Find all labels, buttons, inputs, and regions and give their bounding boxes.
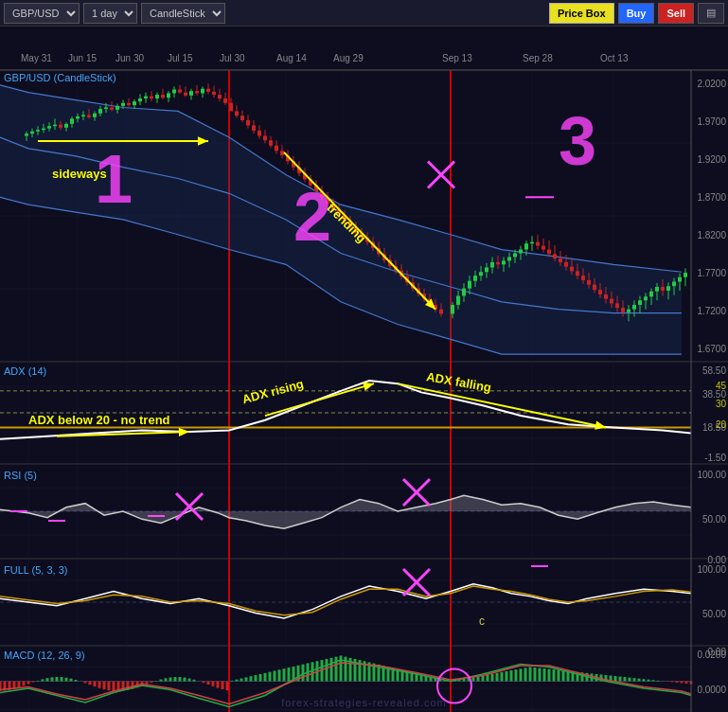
date-jun15: Jun 15 [68, 53, 97, 63]
adx-20: 20 [716, 419, 726, 430]
chart-type-button[interactable]: ▤ [698, 3, 724, 24]
price-1.6700: 1.6700 [697, 344, 726, 354]
full-100: 100.00 [697, 564, 726, 575]
date-jul15: Jul 15 [168, 53, 193, 63]
price-1.9200: 1.9200 [697, 154, 726, 165]
price-1.9700: 1.9700 [697, 116, 726, 127]
pricebox-button[interactable]: Price Box [549, 3, 614, 24]
toolbar: GBP/USD 1 day CandleStick Price Box Buy … [0, 0, 728, 27]
sell-button[interactable]: Sell [658, 3, 694, 24]
price-1.7700: 1.7700 [697, 268, 726, 278]
adx-neg: -1.50 [704, 453, 726, 463]
buy-button[interactable]: Buy [618, 3, 655, 24]
rsi-100: 100.00 [697, 470, 726, 480]
price-1.7200: 1.7200 [697, 306, 726, 316]
rsi-50: 50.00 [702, 514, 726, 525]
price-1.8200: 1.8200 [697, 230, 726, 240]
adx-30: 30 [716, 399, 726, 409]
price-1.8700: 1.8700 [697, 192, 726, 203]
charttype-select[interactable]: CandleStick [141, 3, 225, 24]
date-sep28: Sep 28 [523, 53, 553, 63]
date-aug29: Aug 29 [333, 53, 364, 63]
timeframe-select[interactable]: 1 day [83, 3, 137, 24]
main-chart-canvas [0, 27, 728, 712]
date-jun30: Jun 30 [115, 53, 144, 63]
adx-58: 58.50 [702, 365, 726, 376]
price-2.0200: 2.0200 [697, 79, 726, 89]
pair-select[interactable]: GBP/USD [4, 3, 80, 24]
macd-0000: 0.0000 [697, 685, 726, 695]
date-oct13: Oct 13 [600, 53, 628, 63]
date-may31: May 31 [21, 53, 52, 63]
chart-area: GBP/USD (CandleStick) ADX (14) RSI (5) F… [0, 27, 728, 712]
date-aug14: Aug 14 [276, 53, 307, 63]
date-jul30: Jul 30 [220, 53, 245, 63]
full-50: 50.00 [702, 609, 726, 619]
date-sep13: Sep 13 [442, 53, 472, 63]
adx-45: 45 [716, 381, 726, 391]
macd-0020: 0.0200 [697, 650, 726, 660]
